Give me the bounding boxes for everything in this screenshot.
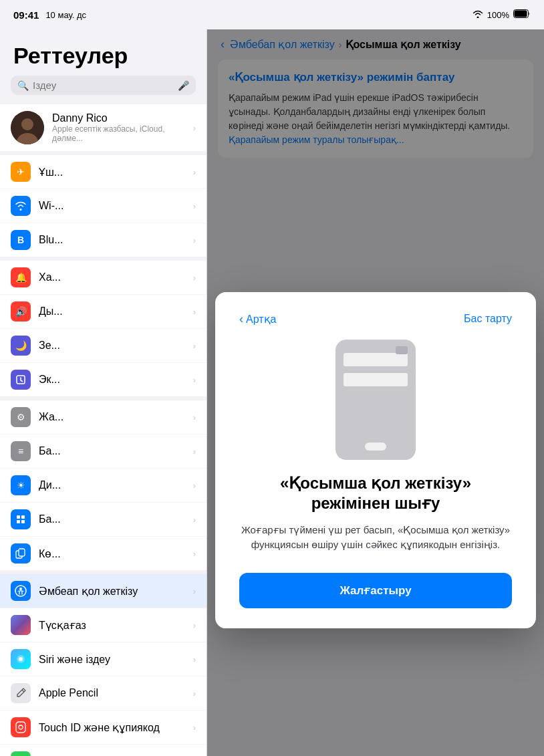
modal-iphone-mockup <box>335 340 416 460</box>
sidebar-item-sounds[interactable]: 🔊 Ды... › <box>0 295 207 329</box>
iphone-notch <box>396 346 408 354</box>
back-chevron-icon: ‹ <box>239 312 243 326</box>
content-area: ‹ Әмбебап қол жеткізу › Қосымша қол жетк… <box>207 29 544 756</box>
svg-point-3 <box>21 118 33 130</box>
modal-cancel-button[interactable]: Бас тарту <box>464 313 512 325</box>
modal-continue-button[interactable]: Жалғастыру <box>239 573 512 608</box>
iphone-home-button <box>365 443 386 451</box>
svg-point-13 <box>19 588 22 590</box>
focus-icon: 🌙 <box>11 336 31 356</box>
chevron-icon: › <box>193 375 196 385</box>
sidebar-item-siri[interactable]: Siri және іздеу › <box>0 642 207 676</box>
controlcenter-icon: ≡ <box>11 441 31 461</box>
search-icon: 🔍 <box>17 80 29 91</box>
sidebar-section-system: ⚙ Жа... › ≡ Ба... › ☀ Ди... › <box>0 400 207 570</box>
chevron-icon: › <box>193 688 196 699</box>
user-profile-item[interactable]: Danny Rico Apple есептік жазбасы, iCloud… <box>0 104 207 151</box>
touchid-icon <box>11 717 31 737</box>
homescreen-icon <box>11 509 31 529</box>
user-info: Danny Rico Apple есептік жазбасы, iCloud… <box>52 112 185 143</box>
sidebar-item-applepencil[interactable]: Apple Pencil › <box>0 676 207 711</box>
sidebar-item-touchid[interactable]: Touch ID және құпиякод › <box>0 711 207 745</box>
user-subtitle: Apple есептік жазбасы, iCloud, дәлме... <box>52 124 185 143</box>
search-bar[interactable]: 🔍 🎤 <box>11 76 196 95</box>
sidebar-item-airplane[interactable]: ✈ Ұш... › <box>0 155 207 189</box>
sidebar-title: Реттеулер <box>0 29 207 76</box>
svg-rect-11 <box>19 549 25 556</box>
iphone-bar-2 <box>344 373 408 386</box>
sidebar-item-label: Siri және іздеу <box>39 653 185 666</box>
sidebar-item-controlcenter[interactable]: ≡ Ба... › <box>0 434 207 469</box>
screentime-icon <box>11 370 31 390</box>
wifi-setting-icon <box>11 196 31 216</box>
sidebar-item-battery[interactable]: Аккумулятор › <box>0 745 207 756</box>
sidebar-item-label: Ба... <box>39 513 185 525</box>
chevron-icon: › <box>193 412 196 422</box>
chevron-icon: › <box>193 586 196 596</box>
modal: ‹ Артқа Бас тарту «Қосымша қол жеткізу» … <box>215 292 536 628</box>
applepencil-icon <box>11 683 31 703</box>
sounds-icon: 🔊 <box>11 301 31 322</box>
sidebar-item-label: Зе... <box>39 340 185 352</box>
chevron-icon: › <box>193 723 196 733</box>
airplane-icon: ✈ <box>11 162 31 182</box>
user-name: Danny Rico <box>52 112 185 124</box>
sidebar-item-label: Ди... <box>39 479 185 491</box>
sidebar-item-label: Touch ID және құпиякод <box>39 721 185 734</box>
sidebar-item-label: Түсқағаз <box>39 619 185 632</box>
sidebar-item-wallpaper[interactable]: Түсқағаз › <box>0 608 207 642</box>
sidebar-list: Danny Rico Apple есептік жазбасы, iCloud… <box>0 102 207 756</box>
chevron-icon: › <box>193 341 196 351</box>
svg-rect-9 <box>21 520 25 523</box>
svg-point-17 <box>19 725 23 729</box>
sidebar-section-accessibility: Әмбеап қол жеткізу › Түсқағаз › <box>0 574 207 756</box>
status-bar: 09:41 10 мау. дс 100% <box>0 0 544 29</box>
sidebar-item-bluetooth[interactable]: B Blu... › <box>0 223 207 257</box>
sidebar-item-label: Wi-... <box>39 200 185 212</box>
sidebar-item-wifi[interactable]: Wi-... › <box>0 189 207 223</box>
sidebar-item-label: Эк... <box>39 374 185 386</box>
avatar <box>11 111 44 144</box>
sidebar-item-focus[interactable]: 🌙 Зе... › <box>0 329 207 363</box>
sidebar-item-accessibility[interactable]: Әмбеап қол жеткізу › <box>0 574 207 608</box>
sidebar-item-label: Кө... <box>39 547 185 560</box>
modal-description: Жоғарғы түймені үш рет басып, «Қосымша қ… <box>239 523 512 553</box>
status-date: 10 мау. дс <box>45 10 86 20</box>
svg-rect-1 <box>515 11 527 17</box>
chevron-icon: › <box>193 654 196 664</box>
battery-percent: 100% <box>487 10 509 20</box>
sidebar-item-label: Ба... <box>39 445 185 457</box>
chevron-icon: › <box>193 620 196 630</box>
battery-setting-icon <box>11 751 31 756</box>
search-input[interactable] <box>33 80 174 91</box>
wifi-icon <box>472 9 483 20</box>
multitask-icon <box>11 543 31 563</box>
sidebar-item-display[interactable]: ☀ Ди... › <box>0 469 207 503</box>
wallpaper-icon <box>11 615 31 635</box>
chevron-icon: › <box>193 481 196 491</box>
svg-rect-6 <box>17 515 20 519</box>
chevron-icon: › <box>193 549 196 559</box>
modal-nav: ‹ Артқа Бас тарту <box>239 312 512 326</box>
sidebar-item-label: Ха... <box>39 271 185 283</box>
svg-rect-7 <box>21 515 25 519</box>
notifications-icon: 🔔 <box>11 267 31 287</box>
sidebar-item-general[interactable]: ⚙ Жа... › <box>0 400 207 434</box>
sidebar-item-label: Ды... <box>39 305 185 318</box>
chevron-icon: › <box>193 307 196 317</box>
sidebar-item-label: Әмбеап қол жеткізу <box>39 585 185 598</box>
sidebar-item-screentime[interactable]: Эк... › <box>0 363 207 396</box>
chevron-icon: › <box>193 235 196 245</box>
sidebar-item-homescreen[interactable]: Ба... › <box>0 503 207 537</box>
accessibility-icon <box>11 581 31 601</box>
status-time: 09:41 <box>13 9 39 21</box>
sidebar-item-notifications[interactable]: 🔔 Ха... › <box>0 261 207 295</box>
sidebar-item-label: Ұш... <box>39 166 185 178</box>
chevron-icon: › <box>193 201 196 211</box>
status-right: 100% <box>472 9 531 21</box>
sidebar-item-label: Жа... <box>39 411 185 423</box>
modal-title: «Қосымша қол жеткізу» режімінен шығу <box>239 473 512 513</box>
app-container: Реттеулер 🔍 🎤 Danny Rico Apple есептік <box>0 29 544 756</box>
modal-back-button[interactable]: ‹ Артқа <box>239 312 276 326</box>
sidebar-item-multitask[interactable]: Кө... › <box>0 537 207 570</box>
